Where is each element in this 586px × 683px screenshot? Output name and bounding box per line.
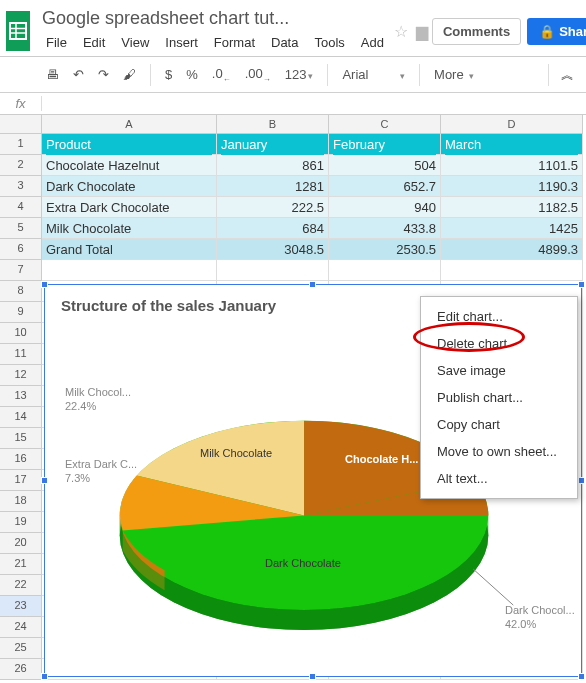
cell[interactable]: 3048.5 bbox=[217, 239, 329, 260]
more-toolbar-button[interactable]: More ▾ bbox=[430, 64, 478, 85]
row-head[interactable]: 26 bbox=[0, 659, 42, 680]
sheets-app-icon[interactable] bbox=[6, 11, 30, 51]
row-head[interactable]: 9 bbox=[0, 302, 42, 323]
ctx-save-image[interactable]: Save image bbox=[421, 357, 577, 384]
cell[interactable]: Product bbox=[42, 134, 217, 155]
cell[interactable]: 861 bbox=[217, 155, 329, 176]
row-head[interactable]: 17 bbox=[0, 470, 42, 491]
format-percent-button[interactable]: % bbox=[182, 64, 202, 85]
cell[interactable]: 4899.3 bbox=[441, 239, 583, 260]
row-head[interactable]: 6 bbox=[0, 239, 42, 260]
font-select[interactable]: Arial ▾ bbox=[338, 64, 409, 85]
chart-context-menu: Edit chart... Delete chart Save image Pu… bbox=[420, 296, 578, 499]
cell[interactable]: 1425 bbox=[441, 218, 583, 239]
comments-button[interactable]: Comments bbox=[432, 18, 521, 45]
document-title[interactable]: Google spreadsheet chart tut... bbox=[38, 6, 390, 31]
menu-format[interactable]: Format bbox=[208, 33, 261, 52]
row-head[interactable]: 22 bbox=[0, 575, 42, 596]
cell[interactable]: 222.5 bbox=[217, 197, 329, 218]
cell[interactable] bbox=[441, 260, 583, 281]
cell[interactable]: 433.8 bbox=[329, 218, 441, 239]
ctx-alt-text[interactable]: Alt text... bbox=[421, 465, 577, 492]
menu-file[interactable]: File bbox=[40, 33, 73, 52]
ctx-publish-chart[interactable]: Publish chart... bbox=[421, 384, 577, 411]
menu-view[interactable]: View bbox=[115, 33, 155, 52]
menu-edit[interactable]: Edit bbox=[77, 33, 111, 52]
resize-handle[interactable] bbox=[309, 281, 316, 288]
row-head[interactable]: 20 bbox=[0, 533, 42, 554]
cell[interactable]: 1182.5 bbox=[441, 197, 583, 218]
cell[interactable] bbox=[329, 260, 441, 281]
cell[interactable]: 504 bbox=[329, 155, 441, 176]
increase-decimal-button[interactable]: .00→ bbox=[241, 63, 275, 87]
row-head[interactable]: 2 bbox=[0, 155, 42, 176]
row-head[interactable]: 23 bbox=[0, 596, 42, 617]
cell[interactable]: 1281 bbox=[217, 176, 329, 197]
menu-tools[interactable]: Tools bbox=[308, 33, 350, 52]
cell[interactable]: 1101.5 bbox=[441, 155, 583, 176]
row-head[interactable]: 10 bbox=[0, 323, 42, 344]
row-head[interactable]: 5 bbox=[0, 218, 42, 239]
cell[interactable]: Grand Total bbox=[42, 239, 217, 260]
cell[interactable]: March bbox=[441, 134, 583, 155]
format-currency-button[interactable]: $ bbox=[161, 64, 176, 85]
formula-input[interactable] bbox=[42, 96, 586, 111]
row-head[interactable]: 16 bbox=[0, 449, 42, 470]
row-head[interactable]: 4 bbox=[0, 197, 42, 218]
cell[interactable]: 2530.5 bbox=[329, 239, 441, 260]
cell[interactable] bbox=[42, 260, 217, 281]
more-formats-button[interactable]: 123▾ bbox=[281, 64, 318, 85]
row-head[interactable]: 7 bbox=[0, 260, 42, 281]
ctx-copy-chart[interactable]: Copy chart bbox=[421, 411, 577, 438]
paint-format-icon[interactable]: 🖌 bbox=[119, 64, 140, 85]
chart-title: Structure of the sales January bbox=[61, 297, 276, 314]
cell[interactable]: 940 bbox=[329, 197, 441, 218]
star-icon[interactable]: ☆ bbox=[390, 22, 412, 41]
cell[interactable]: Chocolate Hazelnut bbox=[42, 155, 217, 176]
menu-data[interactable]: Data bbox=[265, 33, 304, 52]
decrease-decimal-button[interactable]: .0← bbox=[208, 63, 235, 87]
redo-icon[interactable]: ↷ bbox=[94, 64, 113, 85]
resize-handle[interactable] bbox=[578, 281, 585, 288]
row-head[interactable]: 24 bbox=[0, 617, 42, 638]
select-all-corner[interactable] bbox=[0, 115, 42, 134]
collapse-toolbar-icon[interactable]: ︽ bbox=[557, 63, 578, 87]
row-head[interactable]: 11 bbox=[0, 344, 42, 365]
cell[interactable]: Dark Chocolate bbox=[42, 176, 217, 197]
cell[interactable] bbox=[217, 260, 329, 281]
row-head[interactable]: 25 bbox=[0, 638, 42, 659]
row-head[interactable]: 19 bbox=[0, 512, 42, 533]
row-head[interactable]: 3 bbox=[0, 176, 42, 197]
spreadsheet-grid[interactable]: A B C D 1 Product January February March bbox=[0, 115, 586, 155]
row-head[interactable]: 12 bbox=[0, 365, 42, 386]
cell[interactable]: 1190.3 bbox=[441, 176, 583, 197]
ctx-move-sheet[interactable]: Move to own sheet... bbox=[421, 438, 577, 465]
row-head[interactable]: 18 bbox=[0, 491, 42, 512]
ctx-delete-chart[interactable]: Delete chart bbox=[421, 330, 577, 357]
undo-icon[interactable]: ↶ bbox=[69, 64, 88, 85]
print-icon[interactable]: 🖶 bbox=[42, 64, 63, 85]
row-head[interactable]: 13 bbox=[0, 386, 42, 407]
cell[interactable]: 684 bbox=[217, 218, 329, 239]
cell[interactable]: 652.7 bbox=[329, 176, 441, 197]
cell[interactable]: Extra Dark Chocolate bbox=[42, 197, 217, 218]
folder-icon[interactable]: ▆ bbox=[412, 22, 432, 41]
row-head[interactable]: 1 bbox=[0, 134, 42, 155]
col-head-c[interactable]: C bbox=[329, 115, 441, 134]
col-head-a[interactable]: A bbox=[42, 115, 217, 134]
cell[interactable]: January bbox=[217, 134, 329, 155]
cell[interactable]: Milk Chocolate bbox=[42, 218, 217, 239]
row-head[interactable]: 8 bbox=[0, 281, 42, 302]
col-head-b[interactable]: B bbox=[217, 115, 329, 134]
menu-insert[interactable]: Insert bbox=[159, 33, 204, 52]
menu-add[interactable]: Add bbox=[355, 33, 390, 52]
resize-handle[interactable] bbox=[41, 281, 48, 288]
row-head[interactable]: 15 bbox=[0, 428, 42, 449]
row-head[interactable]: 14 bbox=[0, 407, 42, 428]
share-button[interactable]: 🔒 Share bbox=[527, 18, 586, 45]
col-head-d[interactable]: D bbox=[441, 115, 583, 134]
row-head[interactable]: 21 bbox=[0, 554, 42, 575]
ctx-edit-chart[interactable]: Edit chart... bbox=[421, 303, 577, 330]
cell[interactable]: February bbox=[329, 134, 441, 155]
slice-inner-hazelnut: Chocolate H... bbox=[345, 453, 418, 465]
